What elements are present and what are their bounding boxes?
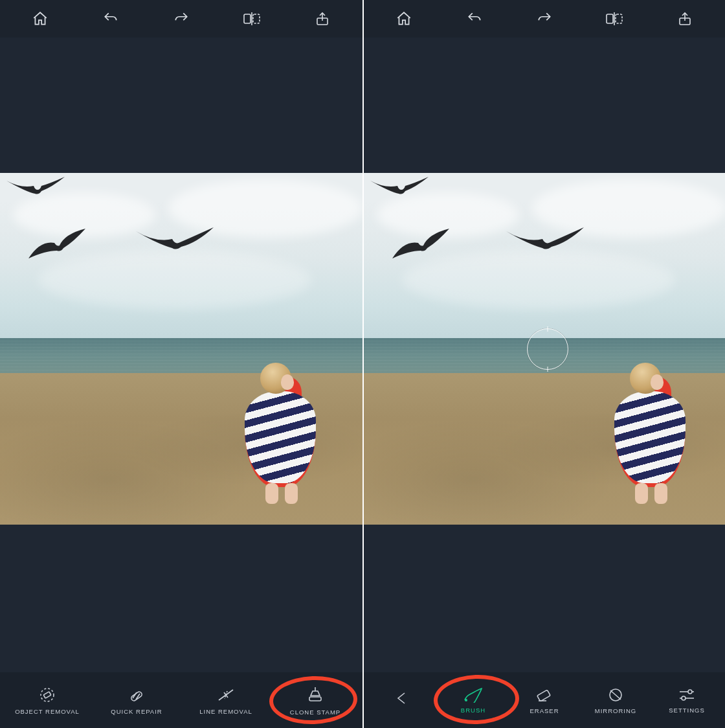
tool-label: SETTINGS <box>669 707 705 714</box>
svg-point-23 <box>688 690 692 694</box>
tool-eraser[interactable]: ERASER <box>509 687 580 714</box>
tool-label: ERASER <box>530 707 559 714</box>
back-button[interactable] <box>366 690 438 710</box>
bird-icon <box>392 229 449 264</box>
tool-label: BRUSH <box>461 707 485 714</box>
redo-button[interactable] <box>530 5 559 33</box>
bird-icon <box>136 225 214 257</box>
tool-label: OBJECT REMOVAL <box>15 708 80 715</box>
undo-button[interactable] <box>96 5 125 33</box>
tool-mirroring[interactable]: MIRRORING <box>580 687 651 714</box>
svg-rect-14 <box>616 14 622 23</box>
undo-button[interactable] <box>460 5 489 33</box>
svg-rect-5 <box>43 691 51 698</box>
svg-rect-18 <box>537 690 551 701</box>
bottom-toolbar: OBJECT REMOVAL QUICK REPAIR LINE REMOVAL… <box>0 672 362 728</box>
share-button[interactable] <box>671 5 699 33</box>
tool-line-removal[interactable]: LINE REMOVAL <box>181 686 271 715</box>
bird-icon <box>28 229 85 264</box>
svg-rect-1 <box>253 14 260 23</box>
tool-label: LINE REMOVAL <box>199 708 252 715</box>
home-button[interactable] <box>390 5 418 33</box>
top-toolbar <box>0 0 362 38</box>
compare-button[interactable] <box>600 5 629 33</box>
share-button[interactable] <box>308 5 337 33</box>
clone-source-cursor[interactable] <box>527 328 568 370</box>
svg-rect-0 <box>244 14 251 23</box>
bird-icon <box>370 177 429 203</box>
top-toolbar <box>364 0 725 38</box>
bird-icon <box>6 177 65 203</box>
subject-child <box>609 363 687 505</box>
tool-label: CLONE STAMP <box>290 709 340 716</box>
home-button[interactable] <box>26 5 54 33</box>
tool-object-removal[interactable]: OBJECT REMOVAL <box>3 686 92 715</box>
svg-point-4 <box>41 688 54 701</box>
bottom-toolbar: BRUSH ERASER MIRRORING SETTINGS <box>364 672 725 728</box>
redo-button[interactable] <box>167 5 195 33</box>
bird-icon <box>506 225 584 257</box>
svg-line-21 <box>610 690 621 700</box>
tool-quick-repair[interactable]: QUICK REPAIR <box>92 686 181 715</box>
tool-clone-stamp[interactable]: CLONE STAMP <box>271 685 360 716</box>
svg-rect-12 <box>309 697 321 701</box>
subject-child <box>240 363 317 505</box>
edited-photo <box>0 173 362 525</box>
canvas[interactable] <box>0 38 362 672</box>
tool-brush[interactable]: BRUSH <box>438 687 509 714</box>
compare-button[interactable] <box>238 5 266 33</box>
svg-point-17 <box>465 699 467 701</box>
svg-point-25 <box>682 696 686 700</box>
canvas[interactable] <box>364 38 725 672</box>
tool-label: QUICK REPAIR <box>111 708 162 715</box>
edited-photo <box>364 173 725 525</box>
screen-left: OBJECT REMOVAL QUICK REPAIR LINE REMOVAL… <box>0 0 362 728</box>
tool-settings[interactable]: SETTINGS <box>651 687 722 714</box>
svg-rect-13 <box>607 14 613 23</box>
tool-label: MIRRORING <box>595 707 636 714</box>
screen-right: BRUSH ERASER MIRRORING SETTINGS <box>362 0 725 728</box>
svg-line-10 <box>224 692 228 698</box>
